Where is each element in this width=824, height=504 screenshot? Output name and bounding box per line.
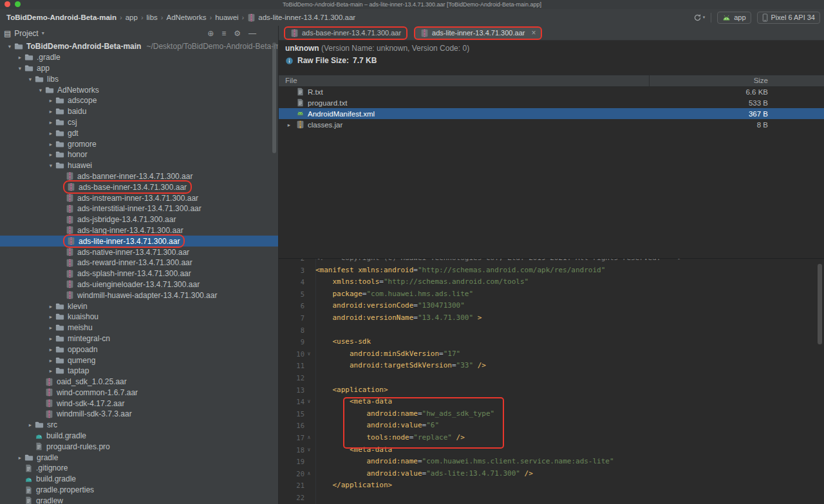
file-row[interactable]: proguard.txt533 B [279,97,824,108]
file-row[interactable]: R.txt6.6 KB [279,86,824,97]
chevron-down-icon[interactable]: ▾ [5,43,14,50]
chevron-right-icon[interactable]: ▸ [46,130,55,136]
chevron-right-icon[interactable]: ▸ [15,54,24,61]
tree-item[interactable]: gradlew [0,495,278,504]
collapse-all-icon[interactable]: ≡ [221,29,226,38]
tree-item[interactable]: build.gradle [0,431,278,442]
code-line[interactable]: 20∧ android:value="ads-lite:13.4.71.300"… [279,468,824,480]
chevron-right-icon[interactable]: ▸ [46,357,55,364]
breadcrumb-item[interactable]: ads-lite-inner-13.4.71.300.aar [246,14,357,22]
tree-item[interactable]: ▸oppoadn [0,344,278,355]
breadcrumb-item[interactable]: ToBidDemo-Android-Beta-main [5,14,118,21]
code-line[interactable]: 16 android:value="6" [279,420,824,432]
tree-item[interactable]: ▾libs [0,73,278,84]
tree-item[interactable]: ▸klevin [0,301,278,312]
chevron-right-icon[interactable]: ▸ [46,108,55,115]
code-line[interactable]: 19 android:name="com.huawei.hms.client.s… [279,456,824,468]
chevron-down-icon[interactable]: ▾ [26,76,35,82]
code-line[interactable]: 22 [279,492,824,504]
tree-item[interactable]: .gitignore [0,463,278,474]
code-line[interactable]: 10∨ android:minSdkVersion="17" [279,348,824,360]
code-line[interactable]: 3<manifest xmlns:android="http://schemas… [279,265,824,277]
project-view-selector[interactable]: ▤ Project ▾ [4,29,44,38]
tab-close-icon[interactable]: × [531,30,536,36]
chevron-right-icon[interactable]: ▸ [46,151,55,158]
locate-file-icon[interactable]: ⊕ [207,29,214,38]
tree-item[interactable]: ▾app [0,63,278,74]
editor-scrollbar-thumb[interactable] [818,264,822,344]
tree-item[interactable]: ▸gdt [0,127,278,138]
tree-item[interactable]: windmill-huawei-adapter-13.4.71.300.aar [0,290,278,301]
editor-tab[interactable]: ads-base-inner-13.4.71.300.aar [284,26,407,40]
hide-panel-icon[interactable]: — [248,29,256,38]
device-selector[interactable]: Pixel 6 API 34 [757,12,821,24]
tree-item[interactable]: ads-reward-inner-13.4.71.300.aar [0,257,278,268]
chevron-right-icon[interactable]: ▸ [26,422,35,428]
settings-gear-icon[interactable]: ⚙ [234,29,241,38]
tree-item[interactable]: ▸meishu [0,322,278,333]
code-line[interactable]: 18∨ <meta-data [279,444,824,456]
chevron-right-icon[interactable]: ▸ [46,97,55,104]
chevron-down-icon[interactable]: ▾ [15,65,24,71]
code-line[interactable]: 15 android:name="hw_ads_sdk_type" [279,408,824,420]
tree-item[interactable]: ▸.gradle [0,52,278,63]
chevron-right-icon[interactable]: ▸ [46,303,55,310]
fold-marker-icon[interactable]: ∨ [304,348,314,360]
tree-item[interactable]: ads-uiengineloader-13.4.71.300.aar [0,279,278,290]
tree-item[interactable]: wind-common-1.6.7.aar [0,387,278,398]
breadcrumb-item[interactable]: AdNetworks [165,14,207,21]
tree-item[interactable]: ▾huawei [0,160,278,171]
breadcrumb-item[interactable]: libs [145,14,159,21]
tree-item[interactable]: ▸src [0,420,278,431]
code-line[interactable]: 21 </application> [279,480,824,492]
tree-item[interactable]: ▸gradle [0,452,278,463]
fold-marker-icon[interactable]: ∧ [304,432,314,444]
chevron-right-icon[interactable]: ▸ [46,119,55,126]
code-line[interactable]: 13 <application> [279,384,824,397]
manifest-editor[interactable]: 2<!-- Copyright (c) Huawei Technologies … [279,258,824,504]
tree-item[interactable]: gradle.properties [0,485,278,496]
code-line[interactable]: 12 [279,372,824,384]
tree-item[interactable]: ▸honor [0,149,278,160]
code-line[interactable]: 8 [279,324,824,337]
chevron-right-icon[interactable]: ▸ [46,368,55,374]
tree-item[interactable]: ads-splash-inner-13.4.71.300.aar [0,268,278,279]
breadcrumb-item[interactable]: huawei [214,14,239,21]
tree-item[interactable]: ▸kuaishou [0,312,278,322]
tree-item[interactable]: ▸qumeng [0,355,278,366]
fold-marker-icon[interactable]: ∨ [304,444,314,456]
chevron-down-icon[interactable]: ▾ [36,87,45,93]
chevron-right-icon[interactable]: ▸ [285,122,293,128]
code-line[interactable]: 2<!-- Copyright (c) Huawei Technologies … [279,258,824,265]
tree-item[interactable]: ▸csj [0,117,278,128]
code-line[interactable]: 9 <uses-sdk [279,336,824,348]
column-header-file[interactable]: File [285,76,297,86]
tree-item[interactable]: build.gradle [0,474,278,485]
code-line[interactable]: 17∧ tools:node="replace" /> [279,432,824,444]
editor-tab[interactable]: ads-lite-inner-13.4.71.300.aar× [414,26,542,40]
tree-item[interactable]: ▸taptap [0,366,278,377]
chevron-right-icon[interactable]: ▸ [46,324,55,331]
code-line[interactable]: 14∨ <meta-data [279,396,824,408]
code-line[interactable]: 7 android:versionName="13.4.71.300" > [279,312,824,324]
tree-item[interactable]: ads-interstitial-inner-13.4.71.300.aar [0,203,278,214]
file-row[interactable]: ▸classes.jar8 B [279,119,824,130]
fold-marker-icon[interactable]: ∧ [304,468,314,480]
breadcrumb-item[interactable]: app [124,14,139,21]
chevron-down-icon[interactable]: ▾ [46,162,55,169]
tree-item[interactable]: oaid_sdk_1.0.25.aar [0,377,278,387]
tree-item[interactable]: wind-sdk-4.17.2.aar [0,398,278,409]
tree-item[interactable]: ads-instream-inner-13.4.71.300.aar [0,192,278,203]
chevron-right-icon[interactable]: ▸ [46,346,55,353]
sync-icon[interactable]: ▾ [693,14,706,22]
chevron-right-icon[interactable]: ▸ [46,313,55,320]
tree-item[interactable]: windmill-sdk-3.7.3.aar [0,409,278,420]
tree-item[interactable]: ▸adscope [0,95,278,106]
tree-item[interactable]: ▾AdNetworks [0,84,278,95]
tree-scrollbar-thumb[interactable] [272,42,276,153]
tree-item[interactable]: ads-base-inner-13.4.71.300.aar [0,182,278,192]
tree-item[interactable]: ▸baidu [0,106,278,117]
file-row[interactable]: AndroidManifest.xml367 B [279,108,824,119]
tree-item[interactable]: ads-jsbridge-13.4.71.300.aar [0,214,278,225]
chevron-right-icon[interactable]: ▸ [46,335,55,342]
